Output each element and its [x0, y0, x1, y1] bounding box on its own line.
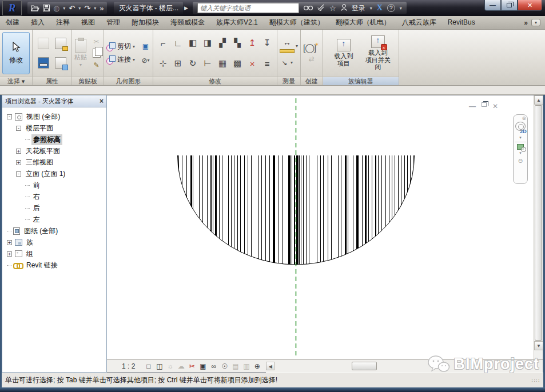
ribbon-tab[interactable]: 翻模大师（建筑）	[264, 16, 330, 29]
application-menu-button[interactable]: R	[2, 1, 22, 15]
help-dropdown-icon[interactable]: ▾	[400, 6, 402, 11]
restore-button[interactable]	[501, 0, 518, 11]
ribbon-tab[interactable]: 族库大师V2.1	[210, 16, 264, 29]
tree-row[interactable]: 参照标高	[2, 134, 106, 145]
scroll-up-icon[interactable]: ▲	[534, 95, 543, 105]
join-dropdown-icon[interactable]: ▾	[133, 57, 135, 62]
pin-icon[interactable]: ↧	[261, 37, 273, 49]
collapse-icon[interactable]: -	[16, 171, 21, 177]
tree-row[interactable]: +组	[2, 248, 106, 259]
redo-dropdown-icon[interactable]: ▾	[94, 6, 96, 11]
tree-item-label[interactable]: Revit 链接	[25, 260, 59, 271]
displace-elements-icon[interactable]: ▥	[241, 362, 252, 370]
ribbon-tab[interactable]: 创建	[0, 16, 25, 29]
crop-view-icon[interactable]: ✂	[186, 362, 197, 370]
cut-dropdown-icon[interactable]: ▾	[133, 44, 135, 49]
zoom-region-icon[interactable]	[517, 144, 524, 150]
array-icon[interactable]: ▦	[216, 57, 229, 70]
login-label[interactable]: 登录	[352, 3, 365, 13]
close-button[interactable]: ✕	[518, 0, 542, 11]
reveal-hidden-elements-icon[interactable]: ☉	[219, 362, 230, 370]
tree-row[interactable]: 后	[2, 202, 106, 214]
unpin-icon[interactable]: ↥	[246, 37, 258, 49]
modify-tool-button[interactable]: 修改	[2, 32, 30, 74]
split-with-gap-icon[interactable]: ▚	[231, 37, 244, 49]
search-input[interactable]	[197, 3, 299, 13]
communication-center-icon[interactable]	[317, 4, 325, 12]
minimize-button[interactable]: —	[484, 0, 501, 11]
select-panel-label[interactable]: 选择 ▾	[0, 77, 32, 85]
exchange-apps-icon[interactable]: X	[377, 3, 383, 13]
family-category-icon[interactable]	[38, 38, 49, 49]
tree-item-label[interactable]: 族	[25, 237, 35, 248]
tree-item-label[interactable]: 三维视图	[24, 157, 55, 168]
paste-button[interactable]: 粘贴 ▾	[74, 39, 87, 67]
tree-item-label[interactable]: 图纸 (全部)	[22, 226, 59, 237]
tree-row[interactable]: 图纸 (全部)	[2, 225, 106, 237]
show-crop-region-icon[interactable]: ▣	[197, 362, 208, 370]
properties-palette-icon[interactable]	[38, 57, 49, 69]
move-icon[interactable]: ⊹	[157, 57, 169, 70]
tree-row[interactable]: Revit 链接	[2, 259, 106, 271]
cut-to-clipboard-icon[interactable]: ✂	[92, 37, 101, 46]
tree-item-label[interactable]: 参照标高	[31, 134, 62, 145]
view-minimize-icon[interactable]: —	[469, 102, 476, 110]
tree-item-label[interactable]: 组	[25, 249, 35, 259]
tree-row[interactable]: -楼层平面	[2, 122, 106, 134]
tabbar-more-icon[interactable]: »	[524, 19, 528, 27]
type-properties-icon[interactable]	[55, 57, 66, 69]
copy-to-clipboard-icon[interactable]	[93, 49, 101, 58]
tree-item-label[interactable]: 前	[31, 180, 42, 191]
expand-icon[interactable]: +	[16, 149, 21, 154]
tree-row[interactable]: -立面 (立面 1)	[2, 168, 106, 179]
split-face-icon[interactable]: ▣	[141, 41, 150, 51]
wheel-dropdown-icon[interactable]: ▾	[519, 135, 522, 140]
qat-more-icon[interactable]: »	[100, 5, 104, 12]
tree-item-label[interactable]: 立面 (立面 1)	[24, 169, 67, 179]
delete-icon[interactable]: ×	[246, 57, 258, 70]
load-into-project-button[interactable]: ↑ 载入到项目	[329, 39, 359, 67]
help-icon[interactable]: ?	[387, 4, 395, 12]
offset-icon[interactable]: ∟	[172, 37, 184, 49]
trim-extend-icon[interactable]: ⊢	[201, 57, 214, 70]
navbar-close-icon[interactable]: ⊗	[522, 116, 526, 121]
resize-grip-icon[interactable]: ∷∷	[531, 377, 540, 383]
ribbon-tab[interactable]: 翻模大师（机电）	[330, 16, 396, 29]
tree-row[interactable]: +天花板平面	[2, 145, 106, 157]
document-next-icon[interactable]: ▶	[184, 5, 188, 11]
tree-row[interactable]: 前	[2, 179, 106, 191]
measure-dropdown-icon[interactable]: ▾	[296, 43, 298, 49]
scale-icon[interactable]: ▩	[231, 57, 244, 70]
scroll-down-icon[interactable]: ▼	[534, 341, 543, 350]
sync-icon[interactable]: ◍	[53, 5, 59, 12]
collapse-icon[interactable]: -	[7, 114, 12, 119]
create-similar-icon[interactable]: ⇄	[307, 54, 316, 64]
redo-icon[interactable]: ↷	[84, 5, 90, 12]
ribbon-tab[interactable]: 附加模块	[126, 16, 165, 29]
steering-wheel-icon[interactable]	[515, 122, 526, 131]
tree-row[interactable]: +族	[2, 237, 106, 248]
offset-copy-icon[interactable]: ≡	[261, 57, 273, 70]
favorites-star-icon[interactable]: ☆	[329, 5, 336, 12]
user-icon[interactable]	[341, 4, 347, 12]
ribbon-tab[interactable]: 插入	[25, 16, 50, 29]
selection-lock-icon[interactable]: ⊕	[252, 362, 262, 370]
measure-along-element-button[interactable]: ↘ ▾	[280, 58, 298, 67]
ribbon-tab[interactable]: 管理	[101, 16, 126, 29]
vertical-scroll-thumb[interactable]	[535, 105, 542, 341]
tree-item-label[interactable]: 视图 (全部)	[25, 111, 62, 122]
tree-row[interactable]: 右	[2, 191, 106, 202]
measure-between-refs-button[interactable]: ↔ ▾	[280, 39, 298, 53]
collapse-icon[interactable]: -	[16, 126, 21, 131]
ribbon-tab[interactable]: RevitBus	[442, 16, 481, 29]
drawing-canvas[interactable]	[107, 95, 532, 359]
expand-icon[interactable]: +	[7, 240, 12, 245]
tree-item-label[interactable]: 左	[31, 214, 42, 225]
tree-item-label[interactable]: 楼层平面	[24, 123, 55, 134]
undo-dropdown-icon[interactable]: ▾	[78, 6, 81, 11]
ribbon-tab[interactable]: 八戒云族库	[396, 16, 442, 29]
view-restore-icon[interactable]	[482, 102, 487, 107]
join-geometry-button[interactable]: 连接 ▾	[106, 55, 135, 65]
detail-level-icon[interactable]: □	[143, 362, 154, 370]
cut-geometry-button[interactable]: 剪切 ▾	[106, 42, 135, 51]
